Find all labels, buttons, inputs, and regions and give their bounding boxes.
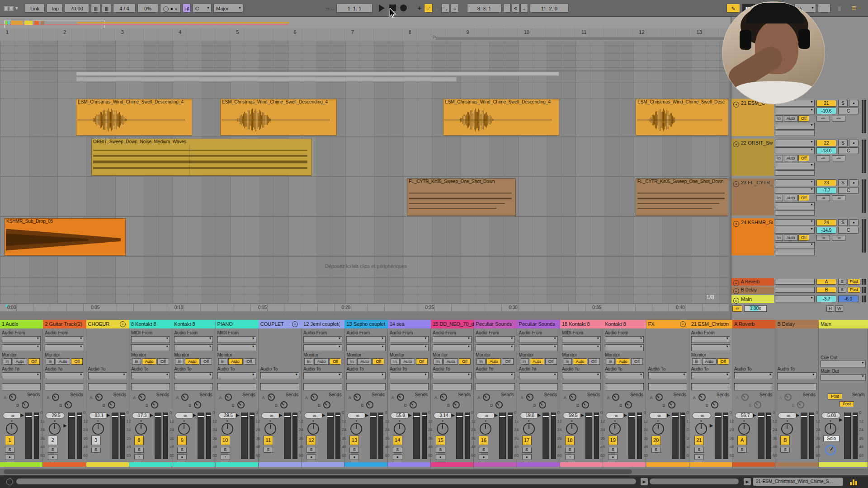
play-sample-button[interactable]: ▶ <box>744 478 751 485</box>
input-type-select[interactable]: ▼ <box>174 336 213 343</box>
input-channel-select[interactable]: ▼ <box>433 344 472 351</box>
spectrum-icon[interactable] <box>850 478 859 485</box>
input-type-select[interactable]: ▼ <box>346 336 385 343</box>
pan-knob[interactable] <box>781 423 793 435</box>
track-number-button[interactable]: B <box>780 436 790 445</box>
monitor-off-button[interactable]: Off <box>459 358 471 365</box>
fader-handle-icon[interactable]: ▶ <box>322 413 326 418</box>
solo-button[interactable]: S <box>737 447 747 453</box>
send-a-knob[interactable] <box>656 394 663 401</box>
solo-button[interactable]: S <box>264 447 273 453</box>
volume-value-pill[interactable]: -∞ <box>304 413 323 418</box>
key-scale-select[interactable]: Major▼ <box>213 4 243 13</box>
cue-volume-field[interactable]: -6.0 <box>838 296 859 302</box>
solo-button[interactable]: S <box>134 447 144 453</box>
send-b-field[interactable]: -∞ <box>832 116 845 122</box>
input-channel-select[interactable]: ▼ <box>775 187 815 194</box>
solo-button[interactable]: S <box>838 287 846 293</box>
input-type-select[interactable]: ▼ <box>562 336 601 343</box>
main-volume-field[interactable]: -3.7 <box>816 296 836 302</box>
input-type-select[interactable]: ▼ <box>775 179 815 186</box>
solo-button[interactable]: S <box>694 447 704 453</box>
solo-button[interactable]: S <box>651 447 661 453</box>
volume-fader[interactable] <box>25 413 32 459</box>
send-b-knob[interactable] <box>323 401 330 408</box>
mixer-track-title[interactable]: PIANO <box>216 320 259 328</box>
input-type-select[interactable]: ▼ <box>390 336 429 343</box>
audio-clip[interactable]: ESM_Christmas_Wind_Chime_Swell_Descendin… <box>443 99 559 136</box>
fader-handle-icon[interactable]: ▶ <box>538 413 541 418</box>
input-channel-select[interactable]: ▼ <box>2 344 41 351</box>
fader-handle-icon[interactable]: ▶ <box>494 413 498 418</box>
send-a-knob[interactable] <box>311 394 318 401</box>
play-button[interactable] <box>379 5 385 12</box>
fader-handle-icon[interactable]: ▶ <box>150 413 153 418</box>
fader-handle-icon[interactable]: ▶ <box>839 417 843 422</box>
volume-value-pill[interactable]: -∞ <box>692 413 711 418</box>
volume-fader[interactable] <box>844 413 851 459</box>
volume-fader[interactable] <box>628 413 635 459</box>
send-b-knob[interactable] <box>151 401 158 408</box>
mixer-track-column[interactable]: Peculiar SoundsAudio From▼▼MonitorInAuto… <box>474 320 517 468</box>
audio-clip[interactable]: ESM_Christmas_Wind_Chime_Swell_Descendin… <box>76 99 192 136</box>
send-a-knob[interactable] <box>569 394 576 401</box>
track-header[interactable]: ▾23 FL_CYTR_K▼▼InAutoOff▼23S●-7.7C-∞-∞ <box>731 178 868 216</box>
send-b-knob[interactable] <box>539 401 546 408</box>
monitor-auto-button[interactable]: Auto <box>573 358 587 365</box>
solo-button[interactable]: S <box>522 447 532 453</box>
arm-button[interactable]: ● <box>849 179 859 186</box>
arm-button[interactable]: ● <box>393 454 402 460</box>
arm-button[interactable]: ● <box>849 219 859 226</box>
mixer-track-column[interactable]: Kontakt 8Audio From▼▼MonitorInAutoOffAud… <box>172 320 215 468</box>
capture-midi-button[interactable]: ⌜⌟ <box>441 4 449 13</box>
arm-button[interactable]: ● <box>849 140 859 146</box>
time-ruler[interactable]: 0:000:050:100:150:200:250:300:350:40 <box>0 304 729 311</box>
groove-amount-field[interactable]: 0% <box>137 4 158 13</box>
solo-button[interactable]: S <box>91 447 101 453</box>
output-select[interactable]: ▼ <box>433 372 472 379</box>
input-channel-select[interactable]: ▼ <box>562 344 601 351</box>
volume-fader[interactable] <box>112 413 118 459</box>
arm-button[interactable]: ● <box>436 454 445 460</box>
mixer-track-column[interactable]: A ReverbAudio To▼SendsAB-56.7▼AS▶0122436… <box>732 320 775 468</box>
output-select[interactable]: ▼ <box>346 372 385 379</box>
output-select[interactable]: ▼ <box>775 202 815 209</box>
send-b-field[interactable]: -∞ <box>832 155 845 161</box>
output-select[interactable]: ▼ <box>217 372 256 379</box>
monitor-in-button[interactable]: In <box>304 358 313 365</box>
monitor-auto-button[interactable]: Auto <box>784 115 797 122</box>
volume-fader[interactable] <box>198 413 204 459</box>
send-a-knob[interactable] <box>741 394 749 401</box>
input-type-select[interactable]: ▼ <box>2 336 41 343</box>
send-b-knob[interactable] <box>65 401 72 408</box>
mixer-track-title[interactable]: FX≡ <box>646 320 689 328</box>
arm-button[interactable]: ● <box>48 454 57 460</box>
output-select[interactable]: ▼ <box>777 372 816 379</box>
output-select[interactable]: ▼ <box>131 372 170 379</box>
scale-icon[interactable]: ♭♯ <box>183 4 191 13</box>
monitor-in-button[interactable]: In <box>606 358 615 365</box>
punch-in-button[interactable]: ⌒ <box>503 4 511 13</box>
monitor-auto-button[interactable]: Auto <box>784 155 797 161</box>
volume-value-pill[interactable]: -55.8 <box>391 413 410 418</box>
volume-field[interactable]: -10.6 <box>816 108 836 114</box>
monitor-off-button[interactable]: Off <box>798 195 809 201</box>
fader-handle-icon[interactable]: ▶ <box>667 413 670 418</box>
monitor-in-button[interactable]: In <box>132 358 141 365</box>
pan-knob[interactable] <box>394 423 406 435</box>
input-channel-select[interactable]: ▼ <box>131 344 170 351</box>
solo-button[interactable]: Solo <box>823 436 840 442</box>
nudge-up-button[interactable]: |||| <box>102 4 111 13</box>
pan-knob[interactable] <box>825 423 836 435</box>
loop-switch-button[interactable]: ⟲ <box>512 4 519 13</box>
track-number-button[interactable]: 21 <box>816 100 836 107</box>
group-fold-icon[interactable]: ≡ <box>680 321 686 327</box>
pan-field[interactable]: C <box>838 187 859 194</box>
fader-handle-icon[interactable]: ▶ <box>193 413 196 418</box>
fader-handle-icon[interactable]: ▶ <box>365 413 368 418</box>
group-fold-icon[interactable]: ≡ <box>292 321 298 327</box>
arm-button[interactable]: ◔ <box>565 454 575 460</box>
input-channel-select[interactable]: ▼ <box>519 344 558 351</box>
mixer-track-title[interactable]: 8 Kontakt 8 <box>129 320 172 328</box>
solo-button[interactable]: S <box>780 447 790 453</box>
